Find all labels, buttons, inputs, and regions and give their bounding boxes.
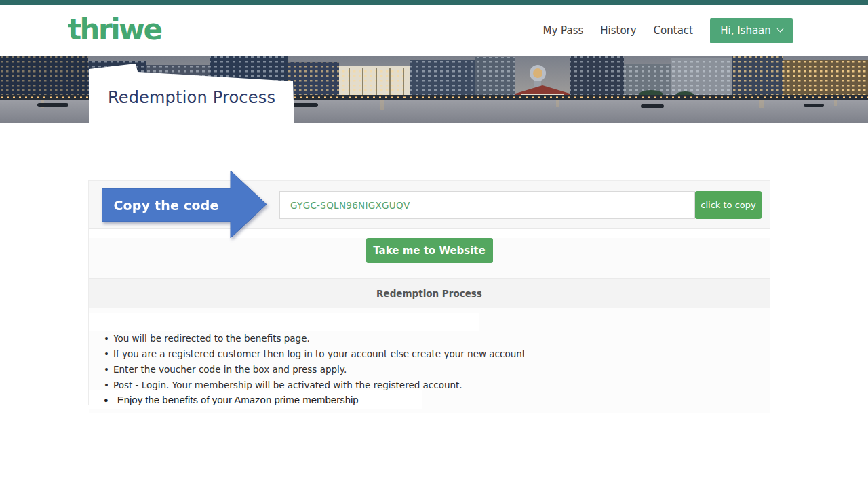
site-header: thriwe My Pass History Contact Hi, Ishaa…: [0, 5, 868, 56]
step-item: If you are a registered customer then lo…: [104, 346, 526, 362]
nav-my-pass[interactable]: My Pass: [542, 24, 583, 37]
chevron-down-icon: [776, 26, 783, 33]
user-menu-label: Hi, Ishaan: [720, 24, 771, 37]
user-menu-button[interactable]: Hi, Ishaan: [710, 18, 793, 43]
arrow-label: Copy the code: [102, 188, 231, 222]
step-item: You will be redirected to the benefits p…: [104, 331, 526, 346]
top-accent-bar: [0, 0, 868, 5]
step-item: Enter the voucher code in the box and pr…: [104, 362, 526, 378]
voucher-code-field[interactable]: [279, 191, 695, 219]
steps-list: You will be redirected to the benefits p…: [104, 331, 526, 393]
section-title: Redemption Process: [376, 288, 482, 299]
click-to-copy-button[interactable]: click to copy: [695, 191, 762, 219]
hero-banner: Redemption Process: [0, 56, 868, 123]
copy-code-arrow: Copy the code: [102, 171, 267, 238]
brand-logo[interactable]: thriwe: [68, 14, 161, 45]
nav-contact[interactable]: Contact: [654, 24, 693, 37]
step-amazon-text: Enjoy the benefits of your Amazon prime …: [117, 394, 359, 405]
page-title: Redemption Process: [108, 88, 275, 107]
code-row: Copy the code click to copy: [89, 181, 770, 229]
take-me-to-website-button[interactable]: Take me to Website: [366, 238, 493, 263]
section-heading-row: Redemption Process: [89, 278, 770, 308]
bullet-icon: ●: [104, 396, 108, 404]
nav-history[interactable]: History: [600, 24, 636, 37]
redemption-card: Copy the code click to copy Take me to W…: [88, 180, 770, 405]
steps-row: You will be redirected to the benefits p…: [89, 308, 770, 413]
main-nav: My Pass History Contact Hi, Ishaan: [526, 5, 793, 56]
step-item-amazon: ● Enjoy the benefits of your Amazon prim…: [89, 390, 422, 409]
website-row: Take me to Website: [89, 238, 770, 278]
white-patch: [89, 313, 479, 331]
